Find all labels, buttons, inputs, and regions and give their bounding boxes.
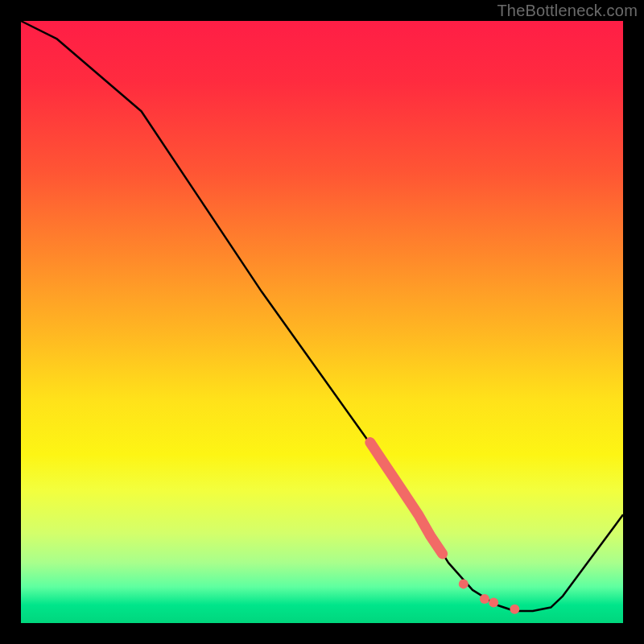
highlight-dot — [510, 605, 519, 614]
highlight-dot — [459, 579, 469, 588]
highlight-dot — [480, 594, 489, 604]
highlight-segment — [370, 443, 443, 554]
chart-svg — [21, 21, 623, 623]
chart-outer-frame: TheBottleneck.com — [0, 0, 644, 644]
highlight-layer — [370, 443, 443, 554]
chart-plot-area — [21, 21, 623, 623]
highlight-dot — [489, 598, 498, 608]
curve-layer — [21, 21, 623, 611]
dots-layer — [459, 579, 520, 613]
watermark-text: TheBottleneck.com — [497, 2, 638, 20]
main-curve — [21, 21, 623, 611]
